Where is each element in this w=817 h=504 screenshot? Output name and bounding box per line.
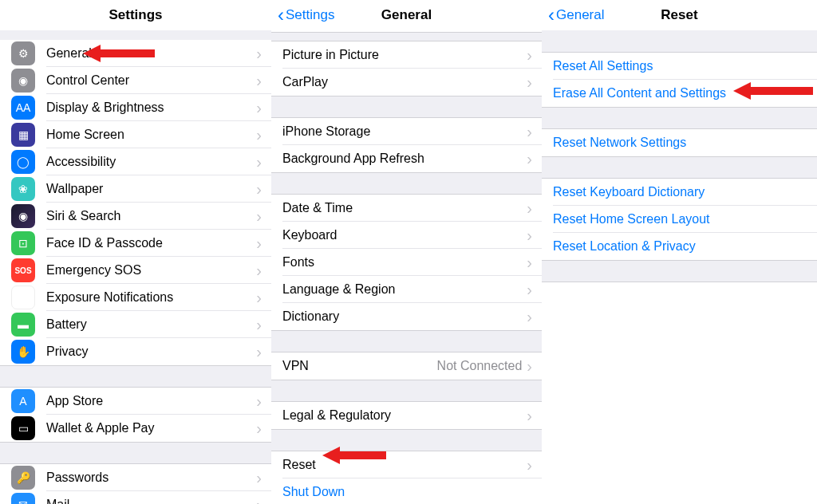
general-row-iphone-storage[interactable]: iPhone Storage›	[271, 118, 542, 145]
row-label: App Store	[46, 394, 256, 408]
settings-row-exposure-notifications[interactable]: ✴Exposure Notifications›	[0, 284, 271, 311]
general-row-carplay[interactable]: CarPlay›	[271, 69, 542, 96]
chevron-right-icon: ›	[256, 207, 262, 226]
faceid-icon: ⊡	[11, 231, 35, 255]
row-label: CarPlay	[282, 75, 527, 89]
settings-row-general[interactable]: ⚙General›	[0, 40, 271, 67]
row-label: General	[46, 46, 256, 61]
settings-row-mail[interactable]: ✉Mail›	[0, 491, 271, 504]
reset-row-reset-location-privacy[interactable]: Reset Location & Privacy	[542, 233, 817, 260]
row-label: Language & Region	[282, 282, 527, 297]
row-label: Wallpaper	[46, 182, 256, 196]
row-label: Privacy	[46, 345, 256, 359]
chevron-right-icon: ›	[256, 316, 262, 334]
row-label: Face ID & Passcode	[46, 236, 256, 250]
chevron-right-icon: ›	[527, 46, 532, 65]
page-title: Reset	[661, 7, 697, 23]
settings-row-accessibility[interactable]: ◯Accessibility›	[0, 148, 271, 175]
general-row-dictionary[interactable]: Dictionary›	[271, 303, 542, 330]
general-row-vpn[interactable]: VPNNot Connected›	[271, 352, 542, 380]
chevron-left-icon: ‹	[278, 6, 284, 25]
row-label: Reset Keyboard Dictionary	[553, 185, 817, 199]
reset-row-reset-all-settings[interactable]: Reset All Settings	[542, 53, 817, 80]
settings-row-app-store[interactable]: AApp Store›	[0, 388, 271, 415]
general-row-picture-in-picture[interactable]: Picture in Picture›	[271, 41, 542, 69]
row-label: Date & Time	[282, 201, 527, 215]
general-row-shut-down[interactable]: Shut Down	[271, 478, 542, 504]
navbar-settings: Settings	[0, 0, 271, 30]
row-label: Emergency SOS	[46, 263, 256, 278]
passwords-icon: 🔑	[11, 466, 35, 490]
appstore-icon: A	[11, 389, 35, 413]
reset-row-erase-all-content-and-settings[interactable]: Erase All Content and Settings	[542, 80, 817, 107]
general-row-background-app-refresh[interactable]: Background App Refresh›	[271, 145, 542, 172]
settings-row-control-center[interactable]: ◉Control Center›	[0, 67, 271, 94]
settings-row-passwords[interactable]: 🔑Passwords›	[0, 464, 271, 491]
control-center-icon: ◉	[11, 69, 35, 93]
chevron-right-icon: ›	[527, 456, 532, 474]
reset-row-reset-keyboard-dictionary[interactable]: Reset Keyboard Dictionary	[542, 179, 817, 206]
reset-row-reset-network-settings[interactable]: Reset Network Settings	[542, 129, 817, 156]
row-label: Wallet & Apple Pay	[46, 421, 256, 435]
row-label: Siri & Search	[46, 209, 256, 223]
row-label: Fonts	[282, 255, 527, 270]
sos-icon: SOS	[11, 258, 35, 282]
general-row-language-region[interactable]: Language & Region›	[271, 276, 542, 303]
general-row-fonts[interactable]: Fonts›	[271, 249, 542, 276]
general-row-keyboard[interactable]: Keyboard›	[271, 222, 542, 249]
settings-row-siri-search[interactable]: ◉Siri & Search›	[0, 203, 271, 230]
settings-row-cutoff[interactable]	[271, 26, 542, 32]
row-label: Dictionary	[282, 309, 527, 324]
page-title: General	[381, 7, 432, 23]
chevron-right-icon: ›	[527, 357, 532, 376]
accessibility-icon: ◯	[11, 150, 35, 174]
row-label: Reset All Settings	[553, 59, 817, 73]
settings-row-emergency-sos[interactable]: SOSEmergency SOS›	[0, 257, 271, 284]
general-row-reset[interactable]: Reset›	[271, 451, 542, 478]
row-label: Battery	[46, 317, 256, 332]
settings-row-face-id-passcode[interactable]: ⊡Face ID & Passcode›	[0, 230, 271, 257]
row-value: Not Connected	[437, 359, 523, 373]
row-label: Home Screen	[46, 128, 256, 142]
siri-icon: ◉	[11, 204, 35, 228]
settings-row-wallpaper[interactable]: ❀Wallpaper›	[0, 175, 271, 203]
navbar-reset: ‹ General Reset	[542, 0, 817, 30]
settings-row-home-screen[interactable]: ▦Home Screen›	[0, 121, 271, 148]
chevron-right-icon: ›	[256, 419, 262, 438]
row-label: Legal & Regulatory	[282, 408, 527, 423]
row-label: VPN	[282, 359, 437, 373]
wallet-icon: ▭	[11, 416, 35, 440]
settings-row-wallet-apple-pay[interactable]: ▭Wallet & Apple Pay›	[0, 415, 271, 442]
row-label: Exposure Notifications	[46, 290, 256, 305]
reset-row-reset-home-screen-layout[interactable]: Reset Home Screen Layout	[542, 206, 817, 233]
row-label: Keyboard	[282, 228, 527, 242]
settings-pane: Settings ⚙General›◉Control Center›AADisp…	[0, 0, 271, 504]
settings-row-battery[interactable]: ▬Battery›	[0, 311, 271, 338]
general-row-date-time[interactable]: Date & Time›	[271, 195, 542, 222]
chevron-left-icon: ‹	[548, 6, 555, 25]
settings-row-display-brightness[interactable]: AADisplay & Brightness›	[0, 94, 271, 121]
gear-icon: ⚙	[11, 41, 35, 65]
chevron-right-icon: ›	[256, 45, 262, 63]
battery-icon: ▬	[11, 313, 35, 337]
row-label: Reset Network Settings	[553, 136, 817, 150]
chevron-right-icon: ›	[256, 262, 262, 280]
back-to-settings[interactable]: ‹ Settings	[278, 6, 334, 25]
wallpaper-icon: ❀	[11, 177, 35, 201]
general-row-legal-regulatory[interactable]: Legal & Regulatory›	[271, 402, 542, 429]
general-pane: ‹ Settings General Picture in Picture›Ca…	[271, 0, 542, 504]
back-to-general[interactable]: ‹ General	[548, 6, 604, 25]
row-label: Reset Home Screen Layout	[553, 212, 817, 226]
row-label: Picture in Picture	[282, 48, 527, 62]
chevron-right-icon: ›	[527, 150, 532, 168]
chevron-right-icon: ›	[527, 281, 532, 299]
chevron-right-icon: ›	[256, 392, 262, 411]
chevron-right-icon: ›	[527, 226, 532, 245]
chevron-right-icon: ›	[256, 153, 262, 171]
home-screen-icon: ▦	[11, 123, 35, 147]
row-label: iPhone Storage	[282, 124, 527, 139]
chevron-right-icon: ›	[527, 123, 532, 141]
chevron-right-icon: ›	[527, 407, 532, 425]
settings-row-privacy[interactable]: ✋Privacy›	[0, 338, 271, 365]
chevron-right-icon: ›	[256, 469, 262, 487]
